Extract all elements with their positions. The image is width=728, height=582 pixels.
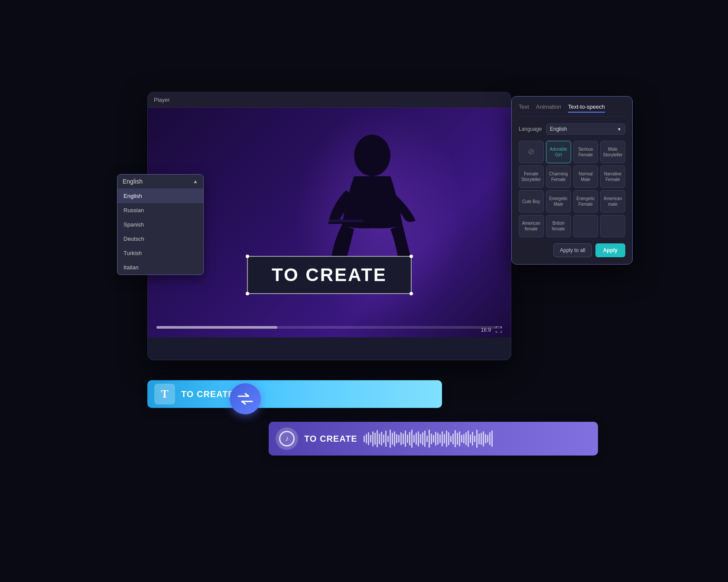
voice-cell-narrative-female[interactable]: Narrative Female: [600, 165, 625, 188]
audio-icon-circle: ♪: [276, 427, 298, 450]
waveform-bar: [379, 433, 380, 444]
voice-label-male-storyteller: Male Storyteller: [602, 146, 623, 158]
voice-label-normal-male: Normal Male: [575, 171, 596, 182]
dropdown-item-english[interactable]: English: [117, 189, 203, 203]
dropdown-item-turkish[interactable]: Turkish: [117, 246, 203, 260]
waveform-bar: [422, 432, 423, 445]
video-scrubber[interactable]: [156, 326, 502, 329]
waveform-bar: [474, 436, 475, 442]
voice-cell-female-storyteller[interactable]: Female Storyteller: [519, 165, 544, 188]
timeline-text-bar: T TO CREATE: [147, 380, 442, 408]
waveform-bar: [364, 436, 365, 442]
dropdown-item-spanish[interactable]: Spanish: [117, 217, 203, 232]
voice-cell-energetic-female[interactable]: Energetic Female: [573, 190, 598, 213]
tts-language-row: Language English ▼: [519, 123, 625, 135]
voice-label-cute-boy: Cute Boy: [522, 199, 540, 204]
voice-cell-american-female[interactable]: American female: [519, 215, 544, 237]
waveform-bar: [481, 433, 482, 445]
waveform-bar: [491, 430, 493, 447]
waveform-bar: [394, 431, 395, 446]
voice-cell-empty-1: [573, 215, 598, 237]
apply-button[interactable]: Apply: [595, 243, 625, 257]
voice-cell-cute-boy[interactable]: Cute Boy: [519, 190, 544, 213]
voice-cell-normal-male[interactable]: Normal Male: [573, 165, 598, 188]
voice-label-narrative-female: Narrative Female: [602, 171, 623, 182]
voice-label-british-female: British female: [548, 220, 569, 232]
player-title: Player: [154, 97, 170, 103]
audio-icon-inner: ♪: [279, 431, 295, 446]
waveform-bar: [398, 435, 400, 443]
tab-text[interactable]: Text: [519, 103, 529, 113]
waveform-bar: [433, 435, 434, 443]
language-dropdown[interactable]: English ▲ English Russian Spanish Deutsc…: [117, 174, 204, 275]
waveform-bar: [409, 432, 410, 446]
voice-cell-charming-female[interactable]: Charming Female: [546, 165, 571, 188]
waveform-bar: [385, 430, 387, 447]
voice-cell-male-storyteller[interactable]: Male Storyteller: [600, 141, 625, 163]
voice-cell-energetic-male[interactable]: Energetic Male: [546, 190, 571, 213]
fullscreen-icon[interactable]: ⛶: [495, 326, 502, 334]
waveform-bar: [435, 432, 436, 446]
waveform-bar: [487, 435, 488, 443]
waveform-bar: [468, 430, 469, 447]
voice-label-american-female: American female: [521, 220, 542, 232]
waveform-bar: [370, 435, 371, 443]
svg-rect-2: [328, 222, 364, 224]
dropdown-item-russian[interactable]: Russian: [117, 203, 203, 217]
waveform-bar: [476, 430, 478, 448]
voice-cell-none[interactable]: ⊘: [519, 141, 544, 163]
waveform-bar: [407, 434, 408, 443]
dropdown-item-italian[interactable]: Italian: [117, 260, 203, 275]
transfer-button[interactable]: [230, 383, 261, 414]
waveform-bar: [374, 433, 376, 445]
waveform-bar: [489, 432, 491, 445]
tts-language-select[interactable]: English ▼: [546, 123, 625, 135]
waveform-bar: [431, 433, 432, 444]
waveform-bar: [452, 433, 454, 444]
waveform-bar: [403, 433, 404, 444]
waveform-bar: [424, 430, 426, 447]
voice-label-serious-female: Serious Female: [575, 146, 596, 158]
voice-cell-american-male[interactable]: American male: [600, 190, 625, 213]
waveform-bar: [400, 432, 402, 445]
waveform-bar: [377, 430, 378, 447]
voice-label-energetic-male: Energetic Male: [548, 196, 569, 207]
waveform-bar: [483, 431, 484, 446]
dropdown-header[interactable]: English ▲: [117, 175, 203, 189]
tts-language-chevron-icon: ▼: [617, 127, 621, 132]
waveform-bar: [429, 430, 430, 448]
waveform-bar: [392, 433, 393, 445]
waveform-bar: [478, 433, 480, 444]
t-icon-label: T: [161, 388, 168, 401]
waveform-bar: [448, 432, 449, 445]
dropdown-item-deutsch[interactable]: Deutsch: [117, 232, 203, 246]
waveform-bar: [413, 435, 415, 443]
waveform-bar: [368, 432, 369, 445]
waveform-bar: [383, 434, 384, 443]
waveform-bar: [455, 430, 456, 447]
aspect-ratio-label[interactable]: 16:9: [481, 327, 491, 333]
tab-text-to-speech[interactable]: Text-to-speech: [568, 103, 605, 113]
waveform-bar: [463, 434, 465, 443]
apply-all-button[interactable]: Apply to all: [553, 243, 592, 257]
waveform-bar: [485, 434, 486, 443]
voice-cell-serious-female[interactable]: Serious Female: [573, 141, 598, 163]
scrubber-progress: [156, 326, 277, 329]
waveform-bar: [461, 435, 462, 443]
waveform-bar: [396, 434, 397, 443]
waveform-bar: [366, 434, 367, 443]
audio-note-icon: ♪: [285, 435, 289, 443]
tab-animation[interactable]: Animation: [536, 103, 561, 113]
video-controls: 16:9 ⛶: [481, 326, 502, 334]
video-text-overlay: TO CREATE: [247, 256, 412, 294]
timeline-audio-track-label: TO CREATE: [304, 434, 358, 444]
waveform-bar: [437, 433, 439, 445]
timeline-text-track-label: TO CREATE: [181, 389, 234, 399]
voice-cell-adorable-girl[interactable]: Adorable Girl: [546, 141, 571, 163]
waveform-bar: [426, 436, 428, 442]
waveform-bar: [457, 433, 458, 445]
voice-label-charming-female: Charming Female: [548, 171, 569, 182]
waveform-bar: [390, 430, 391, 448]
waveform-bar: [446, 430, 447, 447]
voice-cell-british-female[interactable]: British female: [546, 215, 571, 237]
